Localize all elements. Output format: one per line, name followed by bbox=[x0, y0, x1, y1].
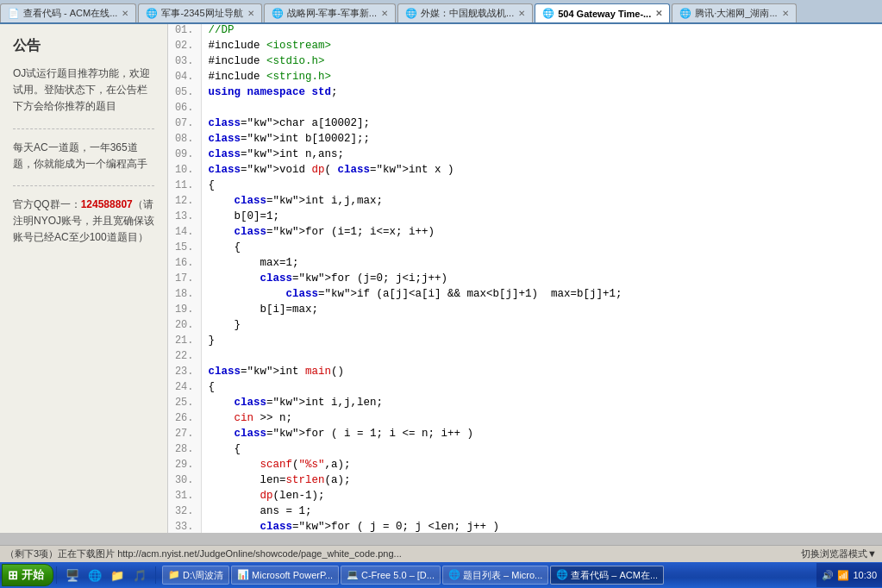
line-number: 21. bbox=[168, 335, 201, 350]
sidebar-para3: 官方QQ群一：124588807（请注明NYOJ账号，并且宽确保该账号已经AC至… bbox=[13, 197, 154, 247]
tray-icon-network: 🔊 bbox=[822, 570, 834, 581]
code-line-content: b[0]=1; bbox=[201, 210, 882, 226]
taskbar-app-acm-label: 查看代码 – ACM在... bbox=[571, 569, 658, 582]
taskbar-quick-launch: 🖥️ 🌐 📁 🎵 bbox=[59, 566, 153, 585]
sidebar-para2: 每天AC一道题，一年365道题，你就能成为一个编程高手 bbox=[13, 140, 154, 172]
code-line-content: class="kw">int n,ans; bbox=[201, 148, 882, 164]
code-row: 12. class="kw">int i,j,max; bbox=[168, 195, 882, 210]
code-row: 16. max=1; bbox=[168, 257, 882, 272]
taskbar-app-pp-label: Microsoft PowerP... bbox=[252, 570, 333, 580]
code-line-content: b[i]=max; bbox=[201, 303, 882, 319]
code-line-content: class="kw">int b[10002];; bbox=[201, 133, 882, 148]
taskbar-app-folder-label: D:\周波清 bbox=[183, 569, 223, 582]
tab-4[interactable]: 🌐 外媒：中国舰载战机... ✕ bbox=[397, 3, 533, 22]
line-number: 08. bbox=[168, 133, 201, 148]
taskbar: ⊞ 开始 🖥️ 🌐 📁 🎵 📁 D:\周波清 📊 Microsoft Power… bbox=[0, 562, 882, 588]
code-row: 02.#include <iostream> bbox=[168, 40, 882, 55]
code-line-content: cin >> n; bbox=[201, 412, 882, 428]
tray-time[interactable]: 10:30 bbox=[853, 570, 877, 580]
line-number: 24. bbox=[168, 381, 201, 397]
tab-5-label: 504 Gateway Time-... bbox=[558, 9, 651, 19]
taskbar-icon-folder[interactable]: 📁 bbox=[108, 566, 127, 585]
code-line-content: scanf("%s",a); bbox=[201, 459, 882, 474]
code-row: 03.#include <stdio.h> bbox=[168, 55, 882, 71]
code-row: 31. dp(len-1); bbox=[168, 490, 882, 505]
taskbar-icon-media[interactable]: 🎵 bbox=[130, 566, 149, 585]
code-line-content: class="kw">int main() bbox=[201, 366, 882, 381]
code-area: 01.//DP02.#include <iostream>03.#include… bbox=[168, 24, 882, 533]
taskbar-icon-browser[interactable]: 🌐 bbox=[85, 566, 104, 585]
tab-1-icon: 📄 bbox=[8, 8, 20, 20]
code-line-content: { bbox=[201, 443, 882, 459]
tab-5-icon: 🌐 bbox=[542, 8, 554, 20]
line-number: 07. bbox=[168, 117, 201, 133]
taskbar-icon-show-desktop[interactable]: 🖥️ bbox=[63, 566, 82, 585]
tab-5-close[interactable]: ✕ bbox=[655, 9, 662, 18]
code-row: 24.{ bbox=[168, 381, 882, 397]
cfree-icon: 💻 bbox=[347, 569, 359, 581]
line-number: 06. bbox=[168, 102, 201, 117]
tab-1-label: 查看代码 - ACM在线... bbox=[23, 7, 117, 20]
tab-2[interactable]: 🌐 军事-2345网址导航 ✕ bbox=[138, 3, 261, 22]
taskbar-app-cfree-label: C-Free 5.0 – [D... bbox=[361, 570, 435, 580]
tab-6[interactable]: 🌐 腾讯·大湘网_湖南... ✕ bbox=[672, 3, 796, 22]
tab-4-close[interactable]: ✕ bbox=[518, 9, 525, 18]
tab-2-icon: 🌐 bbox=[146, 8, 158, 20]
tab-3-label: 战略网-军事-军事新... bbox=[287, 7, 378, 20]
tab-2-close[interactable]: ✕ bbox=[247, 9, 254, 18]
tab-6-close[interactable]: ✕ bbox=[782, 9, 789, 18]
tab-bar: 📄 查看代码 - ACM在线... ✕ 🌐 军事-2345网址导航 ✕ 🌐 战略… bbox=[0, 0, 882, 24]
start-button[interactable]: ⊞ 开始 bbox=[2, 564, 53, 586]
sidebar-qq-number[interactable]: 124588807 bbox=[81, 198, 133, 210]
line-number: 18. bbox=[168, 288, 201, 303]
code-line-content: ans = 1; bbox=[201, 505, 882, 521]
code-line-content: class="kw">int i,j,max; bbox=[201, 195, 882, 210]
code-line-content: } bbox=[201, 319, 882, 335]
taskbar-app-powerpoint[interactable]: 📊 Microsoft PowerP... bbox=[231, 566, 339, 585]
sidebar-divider2 bbox=[13, 185, 154, 186]
code-row: 06. bbox=[168, 102, 882, 117]
code-row: 27. class="kw">for ( i = 1; i <= n; i++ … bbox=[168, 428, 882, 443]
browser-content: 公告 OJ试运行题目推荐功能，欢迎试用。登陆状态下，在公告栏下方会给你推荐的题目… bbox=[0, 24, 882, 533]
taskbar-app-folder[interactable]: 📁 D:\周波清 bbox=[162, 566, 229, 585]
sidebar-divider1 bbox=[13, 128, 154, 129]
code-row: 09.class="kw">int n,ans; bbox=[168, 148, 882, 164]
tab-3-close[interactable]: ✕ bbox=[381, 9, 388, 18]
tab-1[interactable]: 📄 查看代码 - ACM在线... ✕ bbox=[0, 3, 136, 22]
code-row: 08.class="kw">int b[10002];; bbox=[168, 133, 882, 148]
line-number: 26. bbox=[168, 412, 201, 428]
line-number: 29. bbox=[168, 459, 201, 474]
code-line-content: class="kw">for ( i = 1; i <= n; i++ ) bbox=[201, 428, 882, 443]
code-line-content: } bbox=[201, 335, 882, 350]
status-left-text: （剩下3项）正在下载图片 http://acm.nyist.net/JudgeO… bbox=[5, 547, 801, 560]
code-row: 11.{ bbox=[168, 179, 882, 195]
code-line-content: { bbox=[201, 179, 882, 195]
code-line-content: class="kw">char a[10002]; bbox=[201, 117, 882, 133]
browser-mode-btn[interactable]: 切换浏览器模式▼ bbox=[801, 547, 877, 560]
code-row: 17. class="kw">for (j=0; j<i;j++) bbox=[168, 272, 882, 288]
line-number: 17. bbox=[168, 272, 201, 288]
sidebar-title: 公告 bbox=[13, 37, 154, 55]
code-line-content bbox=[201, 350, 882, 366]
tab-3[interactable]: 🌐 战略网-军事-军事新... ✕ bbox=[264, 3, 397, 22]
sidebar-para1: OJ试运行题目推荐功能，欢迎试用。登陆状态下，在公告栏下方会给你推荐的题目 bbox=[13, 66, 154, 116]
windows-logo-icon: ⊞ bbox=[8, 568, 18, 582]
code-row: 28. { bbox=[168, 443, 882, 459]
code-row: 01.//DP bbox=[168, 24, 882, 40]
line-number: 23. bbox=[168, 366, 201, 381]
tab-4-label: 外媒：中国舰载战机... bbox=[421, 7, 514, 20]
code-row: 10.class="kw">void dp( class="kw">int x … bbox=[168, 164, 882, 179]
code-line-content: using namespace std; bbox=[201, 86, 882, 102]
taskbar-app-problem-list[interactable]: 🌐 题目列表 – Micro... bbox=[442, 566, 548, 585]
line-number: 20. bbox=[168, 319, 201, 335]
code-row: 07.class="kw">char a[10002]; bbox=[168, 117, 882, 133]
line-number: 22. bbox=[168, 350, 201, 366]
taskbar-app-cfree[interactable]: 💻 C-Free 5.0 – [D... bbox=[341, 566, 441, 585]
code-line-content bbox=[201, 102, 882, 117]
taskbar-separator bbox=[56, 566, 57, 584]
taskbar-app-acm[interactable]: 🌐 查看代码 – ACM在... bbox=[550, 566, 664, 585]
tab-1-close[interactable]: ✕ bbox=[122, 9, 128, 18]
line-number: 30. bbox=[168, 474, 201, 490]
tab-5[interactable]: 🌐 504 Gateway Time-... ✕ bbox=[535, 3, 670, 22]
taskbar-app-problem-label: 题目列表 – Micro... bbox=[463, 569, 542, 582]
